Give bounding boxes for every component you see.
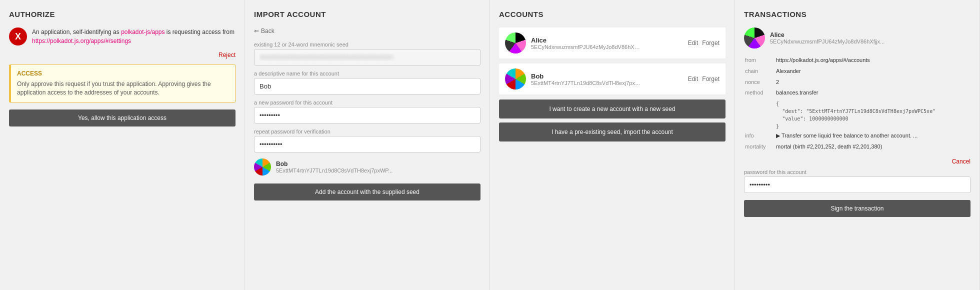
authorize-title: AUTHORIZE [9, 10, 236, 18]
tx-method-value: balances.transfer [776, 88, 970, 98]
tx-password-label: password for this account [744, 169, 970, 175]
tx-account-addr: 5ECyNdxrwuzmsmfPJU64zMyJo8dV86hXfjjx... [770, 38, 884, 44]
import-account-panel: IMPORT ACCOUNT ⇐ Back existing 12 or 24-… [245, 0, 490, 290]
tx-nonce-row: nonce 2 [745, 78, 970, 88]
tx-nonce-value: 2 [776, 78, 970, 88]
tx-from-label: from [745, 56, 775, 66]
tx-method-label: method [745, 88, 775, 98]
app-link[interactable]: polkadot-js/apps [121, 28, 164, 36]
alice-forget-link[interactable]: Forget [702, 40, 720, 46]
bob-info: Bob 5ExttMT4rtnYJ7TLn19d8C8sVdTH8exj7pxW… [531, 72, 683, 86]
transactions-title: TRANSACTIONS [744, 10, 970, 18]
reject-link[interactable]: Reject [9, 52, 236, 58]
tx-from-row: from https://polkadot.js.org/apps/#/acco… [745, 56, 970, 66]
settings-link[interactable]: https://polkadot.js.org/apps/#/settings [32, 38, 131, 44]
tx-json-row: { "dest": "5ExttMT4rtnYJ7TLn19d8C8sVdTH8… [745, 99, 970, 130]
tx-alice-avatar [744, 28, 765, 48]
bob-preview-avatar [254, 158, 271, 176]
access-box: ACCESS Only approve this request if you … [9, 64, 236, 102]
transactions-panel: TRANSACTIONS Alice 5ECyNdxrwuzmsmfPJU64z… [735, 0, 980, 290]
import-account-title: IMPORT ACCOUNT [254, 10, 480, 18]
bob-forget-link[interactable]: Forget [702, 76, 720, 82]
tx-info-value: ▶ Transfer some liquid free balance to a… [776, 131, 970, 141]
account-preview: Bob 5ExttMT4rtnYJ7TLn19d8C8sVdTH8exj7pxW… [254, 158, 480, 176]
back-link[interactable]: ⇐ Back [254, 28, 480, 34]
bob-edit-link[interactable]: Edit [688, 76, 698, 82]
tx-mortality-label: mortality [745, 142, 775, 152]
tx-details-table: from https://polkadot.js.org/apps/#/acco… [744, 54, 970, 153]
tx-chain-label: chain [745, 66, 775, 76]
mnemonic-group: existing 12 or 24-word mnemonic seed [254, 42, 480, 66]
tx-from-value: https://polkadot.js.org/apps/#/accounts [776, 56, 970, 66]
bob-addr: 5ExttMT4rtnYJ7TLn19d8C8sVdTH8exj7pxWP... [531, 80, 641, 86]
account-preview-info: Bob 5ExttMT4rtnYJ7TLn19d8C8sVdTH8exj7pxW… [276, 160, 392, 174]
password-group: a new password for this account [254, 100, 480, 124]
bob-actions: Edit Forget [688, 76, 720, 82]
repeat-password-input[interactable] [254, 136, 480, 152]
accounts-panel: ACCOUNTS Alice 5ECyNdxrwuzmsmfPJU64zMyJo… [490, 0, 735, 290]
tx-info-label: info [745, 131, 775, 141]
authorize-description: An application, self-identifying as polk… [32, 28, 234, 46]
tx-password-group: password for this account [744, 169, 970, 193]
tx-json-label [745, 99, 775, 130]
tx-mortality-value: mortal (birth #2,201,252, death #2,201,3… [776, 142, 970, 152]
import-seed-button[interactable]: I have a pre-existing seed, import the a… [499, 122, 726, 142]
add-account-button[interactable]: Add the account with the supplied seed [254, 184, 480, 200]
tx-method-row: method balances.transfer [745, 88, 970, 98]
repeat-password-label: repeat password for verification [254, 128, 480, 134]
alice-name: Alice [531, 36, 683, 44]
back-arrow-icon: ⇐ [254, 28, 259, 34]
authorize-error-box: X An application, self-identifying as po… [9, 28, 236, 46]
tx-info-row: info ▶ Transfer some liquid free balance… [745, 131, 970, 141]
alice-actions: Edit Forget [688, 40, 720, 46]
account-preview-addr: 5ExttMT4rtnYJ7TLn19d8C8sVdTH8exj7pxWP... [276, 168, 392, 174]
tx-account-info: Alice 5ECyNdxrwuzmsmfPJU64zMyJo8dV86hXfj… [770, 32, 884, 44]
password-label: a new password for this account [254, 100, 480, 106]
mnemonic-label: existing 12 or 24-word mnemonic seed [254, 42, 480, 48]
tx-json-value: { "dest": "5ExttMT4rtnYJ7TLn19d8C8sVdTH8… [776, 99, 970, 130]
allow-button[interactable]: Yes, allow this application access [9, 110, 236, 126]
access-description: Only approve this request if you trust t… [17, 80, 229, 97]
tx-nonce-label: nonce [745, 78, 775, 88]
alice-addr: 5ECyNdxrwuzmsmfPJU64zMyJo8dV86hXfjjxK... [531, 44, 641, 50]
account-name-label: a descriptive name for this account [254, 70, 480, 76]
tx-password-input[interactable] [744, 176, 970, 193]
tx-account-name: Alice [770, 32, 884, 38]
tx-chain-value: Alexander [776, 66, 970, 76]
account-name-input[interactable] [254, 78, 480, 94]
account-preview-name: Bob [276, 160, 392, 168]
bob-avatar [505, 68, 526, 90]
tx-account-row: Alice 5ECyNdxrwuzmsmfPJU64zMyJo8dV86hXfj… [744, 28, 970, 48]
password-input[interactable] [254, 107, 480, 124]
bob-card: Bob 5ExttMT4rtnYJ7TLn19d8C8sVdTH8exj7pxW… [499, 64, 726, 94]
tx-details: from https://polkadot.js.org/apps/#/acco… [744, 54, 970, 153]
cancel-link[interactable]: Cancel [744, 158, 970, 165]
access-title: ACCESS [17, 70, 229, 77]
alice-info: Alice 5ECyNdxrwuzmsmfPJU64zMyJo8dV86hXfj… [531, 36, 683, 50]
authorize-panel: AUTHORIZE X An application, self-identif… [0, 0, 245, 290]
account-name-group: a descriptive name for this account [254, 70, 480, 94]
create-account-button[interactable]: I want to create a new account with a ne… [499, 100, 726, 118]
alice-avatar [505, 32, 526, 54]
mnemonic-input[interactable] [254, 49, 480, 66]
accounts-title: ACCOUNTS [499, 10, 726, 18]
error-icon: X [9, 28, 27, 46]
alice-card: Alice 5ECyNdxrwuzmsmfPJU64zMyJo8dV86hXfj… [499, 28, 726, 58]
sign-transaction-button[interactable]: Sign the transaction [744, 200, 970, 217]
alice-edit-link[interactable]: Edit [688, 40, 698, 46]
repeat-password-group: repeat password for verification [254, 128, 480, 152]
bob-name: Bob [531, 72, 683, 80]
tx-mortality-row: mortality mortal (birth #2,201,252, deat… [745, 142, 970, 152]
tx-chain-row: chain Alexander [745, 66, 970, 76]
